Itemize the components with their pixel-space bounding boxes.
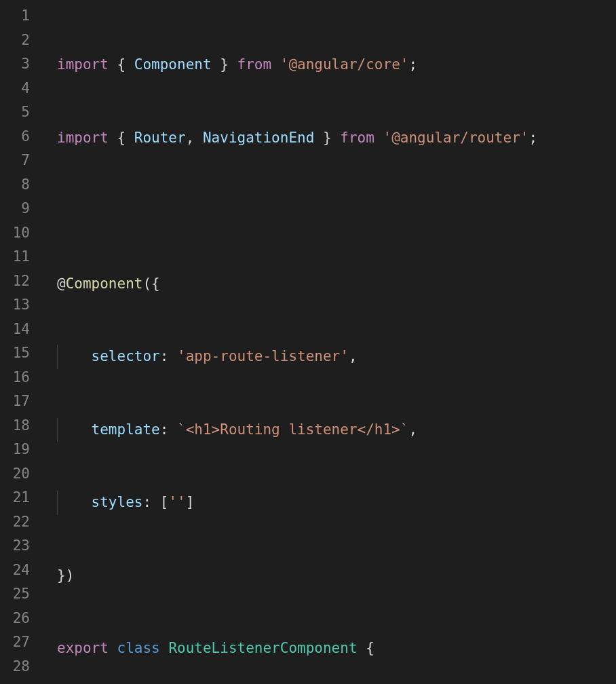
code-line[interactable]: @Component({ xyxy=(57,272,616,297)
line-number: 22 xyxy=(0,510,30,535)
line-number: 1 xyxy=(0,4,30,28)
code-editor[interactable]: 1 2 3 4 5 6 7 8 9 10 11 12 13 14 15 16 1… xyxy=(0,0,616,684)
code-line[interactable]: selector: 'app-route-listener', xyxy=(57,345,616,369)
line-number: 15 xyxy=(0,341,30,366)
line-number: 14 xyxy=(0,318,30,342)
line-number: 26 xyxy=(0,607,30,631)
line-number: 25 xyxy=(0,582,30,607)
line-number: 20 xyxy=(0,462,30,487)
line-number: 3 xyxy=(0,52,30,77)
line-number: 27 xyxy=(0,630,30,655)
line-number: 4 xyxy=(0,77,30,101)
line-number: 17 xyxy=(0,390,30,414)
line-number: 10 xyxy=(0,221,30,246)
line-number-gutter: 1 2 3 4 5 6 7 8 9 10 11 12 13 14 15 16 1… xyxy=(0,0,42,684)
code-line[interactable]: export class RouteListenerComponent { xyxy=(57,636,616,661)
code-line[interactable]: }) xyxy=(57,564,616,588)
line-number: 7 xyxy=(0,149,30,173)
line-number: 2 xyxy=(0,28,30,53)
code-line[interactable]: import { Router, NavigationEnd } from '@… xyxy=(57,126,616,151)
line-number: 9 xyxy=(0,197,30,221)
line-number: 16 xyxy=(0,366,30,390)
code-line[interactable]: styles: [''] xyxy=(57,491,616,515)
line-number: 23 xyxy=(0,534,30,558)
code-area[interactable]: import { Component } from '@angular/core… xyxy=(42,0,616,684)
line-number: 28 xyxy=(0,655,30,679)
code-line[interactable]: template: `<h1>Routing listener</h1>`, xyxy=(57,418,616,442)
line-number: 19 xyxy=(0,438,30,462)
line-number: 6 xyxy=(0,125,30,149)
line-number: 18 xyxy=(0,414,30,438)
line-number: 5 xyxy=(0,100,30,125)
line-number: 11 xyxy=(0,245,30,269)
line-number: 8 xyxy=(0,173,30,197)
code-line[interactable]: import { Component } from '@angular/core… xyxy=(57,53,616,77)
line-number: 24 xyxy=(0,558,30,583)
line-number: 21 xyxy=(0,486,30,510)
line-number: 12 xyxy=(0,269,30,294)
code-line[interactable] xyxy=(57,199,616,223)
line-number: 13 xyxy=(0,293,30,318)
